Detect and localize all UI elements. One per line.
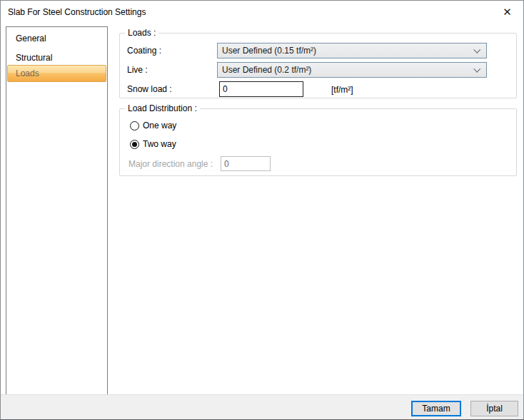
major-direction-angle-label: Major direction angle : xyxy=(129,159,213,169)
radio-checked-icon xyxy=(130,140,139,149)
sidebar-item-label: Structural xyxy=(16,53,52,63)
cancel-button[interactable]: İptal xyxy=(470,401,518,416)
live-label: Live : xyxy=(127,65,148,75)
slab-settings-dialog: Slab For Steel Construction Settings ✕ G… xyxy=(0,0,524,420)
snow-load-unit: [tf/m²] xyxy=(331,85,353,95)
cancel-button-label: İptal xyxy=(486,404,503,414)
loads-group: Loads : Coating : User Defined (0.15 tf/… xyxy=(119,33,517,98)
load-distribution-group: Load Distribution : One way Two way Majo… xyxy=(119,108,517,176)
loads-group-title: Loads : xyxy=(125,28,158,38)
snow-load-input[interactable] xyxy=(219,81,303,97)
radio-unchecked-icon xyxy=(130,121,139,130)
major-direction-angle-input[interactable] xyxy=(221,156,271,171)
ok-button[interactable]: Tamam xyxy=(411,401,461,416)
close-button[interactable]: ✕ xyxy=(491,1,523,22)
radio-one-way[interactable]: One way xyxy=(130,121,176,130)
ok-button-label: Tamam xyxy=(422,404,450,414)
radio-two-way-label: Two way xyxy=(143,139,176,149)
sidebar-item-label: Loads xyxy=(16,68,39,78)
live-select[interactable]: User Defined (0.2 tf/m²) xyxy=(217,62,487,78)
footer-bar: Tamam İptal xyxy=(1,394,523,419)
coating-select[interactable]: User Defined (0.15 tf/m²) xyxy=(217,43,487,58)
sidebar-list: General Structural Loads xyxy=(6,26,108,395)
sidebar-item-label: General xyxy=(16,34,46,43)
titlebar: Slab For Steel Construction Settings ✕ xyxy=(1,1,523,24)
sidebar-item-loads[interactable]: Loads xyxy=(7,65,106,82)
snow-load-label: Snow load : xyxy=(127,84,172,94)
live-select-value: User Defined (0.2 tf/m²) xyxy=(222,65,311,75)
sidebar-item-general[interactable]: General xyxy=(7,29,106,48)
window-title: Slab For Steel Construction Settings xyxy=(8,7,146,17)
radio-one-way-label: One way xyxy=(143,121,176,130)
coating-label: Coating : xyxy=(127,46,161,56)
close-icon: ✕ xyxy=(503,6,512,17)
coating-select-value: User Defined (0.15 tf/m²) xyxy=(222,46,316,56)
radio-two-way[interactable]: Two way xyxy=(130,139,176,149)
load-distribution-group-title: Load Distribution : xyxy=(125,103,200,113)
chevron-down-icon xyxy=(473,66,480,73)
chevron-down-icon xyxy=(473,46,480,53)
